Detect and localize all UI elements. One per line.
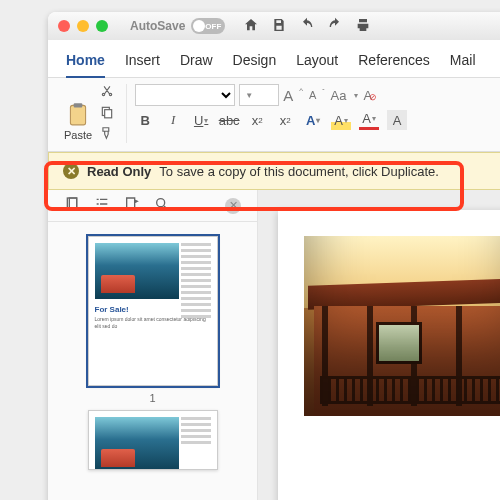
review-icon[interactable] xyxy=(124,196,140,215)
change-case-button[interactable]: Aa xyxy=(331,88,347,103)
italic-button[interactable]: I xyxy=(163,110,183,130)
tab-draw[interactable]: Draw xyxy=(180,48,213,77)
superscript-button[interactable]: x2 xyxy=(275,110,295,130)
hero-image xyxy=(304,236,500,416)
toggle-switch[interactable]: OFF xyxy=(191,18,225,34)
thumbnail-list: For Sale! Lorem ipsum dolor sit amet con… xyxy=(48,222,257,500)
autosave-label: AutoSave xyxy=(130,19,185,33)
quick-access-toolbar xyxy=(243,17,371,36)
ribbon-tabs: Home Insert Draw Design Layout Reference… xyxy=(48,40,500,78)
page-number-label: 1 xyxy=(149,392,155,404)
window-controls xyxy=(58,20,108,32)
svg-rect-1 xyxy=(74,103,83,107)
font-color-button[interactable]: A▾ xyxy=(359,110,379,130)
tab-design[interactable]: Design xyxy=(233,48,277,77)
subscript-button[interactable]: x2 xyxy=(247,110,267,130)
read-only-banner: ✕ Read Only To save a copy of this docum… xyxy=(48,152,500,190)
svg-rect-0 xyxy=(70,105,85,125)
thumb-sidebar-lines xyxy=(181,417,211,444)
font-size-select[interactable]: ▼ xyxy=(239,84,279,106)
headings-icon[interactable] xyxy=(94,196,110,215)
text-effects-button[interactable]: A▾ xyxy=(303,110,323,130)
save-icon[interactable] xyxy=(271,17,287,36)
nav-toolbar: ✕ xyxy=(48,190,257,222)
banner-message: To save a copy of this document, click D… xyxy=(159,164,439,179)
minimize-window-button[interactable] xyxy=(77,20,89,32)
thumbnails-icon[interactable] xyxy=(64,196,80,215)
char-shading-button[interactable]: A xyxy=(387,110,407,130)
tab-layout[interactable]: Layout xyxy=(296,48,338,77)
undo-icon[interactable] xyxy=(299,17,315,36)
underline-button[interactable]: U▾ xyxy=(191,110,211,130)
warning-icon: ✕ xyxy=(63,163,79,179)
banner-title: Read Only xyxy=(87,164,151,179)
document-canvas[interactable] xyxy=(258,190,500,500)
thumb-text: Lorem ipsum dolor sit amet consectetur a… xyxy=(95,316,211,330)
app-window: AutoSave OFF Home Insert Draw Design Lay… xyxy=(48,12,500,500)
highlight-button[interactable]: A▾ xyxy=(331,110,351,130)
maximize-window-button[interactable] xyxy=(96,20,108,32)
paste-button[interactable]: Paste xyxy=(60,99,96,143)
autosave-toggle[interactable]: AutoSave OFF xyxy=(130,18,225,34)
copy-icon[interactable] xyxy=(100,105,114,122)
ribbon: Paste ▼ A^ Aˇ Aa▾ A⊘ B I xyxy=(48,78,500,152)
tab-mailings[interactable]: Mail xyxy=(450,48,476,77)
print-icon[interactable] xyxy=(355,17,371,36)
document-page[interactable] xyxy=(278,210,500,500)
thumb-photo xyxy=(95,243,179,299)
strikethrough-button[interactable]: abc xyxy=(219,110,239,130)
svg-rect-3 xyxy=(105,110,112,118)
clear-formatting-button[interactable]: A⊘ xyxy=(364,88,381,103)
svg-point-6 xyxy=(157,199,165,207)
clipboard-group: Paste xyxy=(60,84,127,143)
shrink-font-button[interactable]: A xyxy=(309,89,316,101)
close-nav-icon[interactable]: ✕ xyxy=(225,198,241,214)
svg-rect-5 xyxy=(69,198,76,210)
thumb-sidebar-lines xyxy=(181,243,211,318)
tab-insert[interactable]: Insert xyxy=(125,48,160,77)
navigation-pane: ✕ For Sale! Lorem ipsum dolor sit amet c… xyxy=(48,190,258,500)
clipboard-mini xyxy=(100,84,114,143)
bold-button[interactable]: B xyxy=(135,110,155,130)
tab-home[interactable]: Home xyxy=(66,48,105,78)
format-painter-icon[interactable] xyxy=(100,126,114,143)
close-window-button[interactable] xyxy=(58,20,70,32)
grow-font-button[interactable]: A xyxy=(283,87,293,104)
tab-references[interactable]: References xyxy=(358,48,430,77)
font-group: ▼ A^ Aˇ Aa▾ A⊘ B I U▾ abc x2 x2 A▾ A▾ A▾… xyxy=(135,84,419,130)
thumb-photo xyxy=(95,417,179,470)
find-icon[interactable] xyxy=(154,196,170,215)
document-body: ✕ For Sale! Lorem ipsum dolor sit amet c… xyxy=(48,190,500,500)
titlebar: AutoSave OFF xyxy=(48,12,500,40)
cut-icon[interactable] xyxy=(100,84,114,101)
page-thumbnail-2[interactable] xyxy=(88,410,218,470)
home-icon[interactable] xyxy=(243,17,259,36)
redo-icon[interactable] xyxy=(327,17,343,36)
paste-label: Paste xyxy=(64,129,92,141)
page-thumbnail-1[interactable]: For Sale! Lorem ipsum dolor sit amet con… xyxy=(88,236,218,386)
font-name-select[interactable] xyxy=(135,84,235,106)
